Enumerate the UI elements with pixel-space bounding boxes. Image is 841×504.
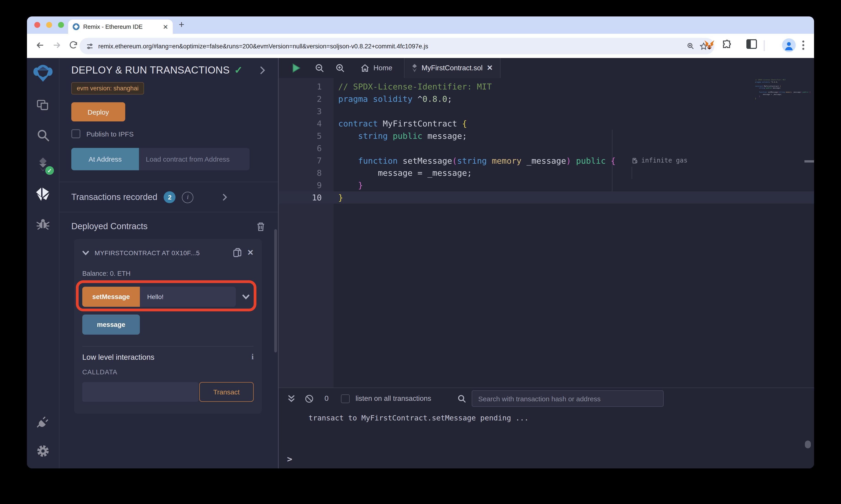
line-number[interactable]: 10 bbox=[279, 191, 334, 204]
minimize-window-button[interactable] bbox=[46, 22, 52, 28]
forward-icon[interactable] bbox=[52, 40, 62, 50]
zoom-out-icon[interactable] bbox=[315, 63, 325, 73]
debugger-icon[interactable] bbox=[33, 214, 53, 234]
editor-scrollbar-mark[interactable] bbox=[804, 160, 814, 163]
message-button[interactable]: message bbox=[82, 314, 140, 335]
code-text bbox=[334, 105, 338, 117]
panel-collapse-chevron-icon[interactable] bbox=[260, 66, 265, 74]
remix-logo-icon bbox=[33, 64, 53, 84]
transactions-expand-chevron-icon[interactable] bbox=[223, 194, 227, 201]
new-tab-button[interactable]: + bbox=[179, 19, 185, 30]
transactions-info-icon[interactable]: i bbox=[182, 192, 193, 203]
code-token bbox=[338, 180, 358, 190]
tab-myfirstcontract[interactable]: MyFirstContract.sol ✕ bbox=[404, 58, 501, 78]
set-message-button[interactable]: setMessage bbox=[82, 287, 140, 307]
collapse-terminal-icon[interactable] bbox=[288, 395, 295, 402]
tab-close-icon[interactable]: ✕ bbox=[163, 23, 168, 30]
code-text: } bbox=[334, 179, 363, 191]
code-line[interactable]: 5 string public message; bbox=[279, 130, 814, 142]
solidity-compiler-icon[interactable]: ✓ bbox=[33, 155, 53, 175]
line-number[interactable]: 8 bbox=[279, 167, 334, 179]
calldata-input[interactable] bbox=[82, 382, 199, 402]
code-line[interactable]: 6 bbox=[279, 142, 814, 154]
metamask-icon[interactable] bbox=[703, 39, 715, 51]
tune-icon[interactable] bbox=[86, 42, 94, 50]
publish-ipfs-checkbox[interactable] bbox=[71, 129, 81, 138]
editor-area: Home MyFirstContract.sol ✕ 1// SPDX-Lice bbox=[279, 58, 814, 468]
code-text: pragma solidity ^0.8.0; bbox=[334, 93, 452, 105]
profile-avatar[interactable] bbox=[782, 38, 796, 52]
file-tab-close-icon[interactable]: ✕ bbox=[487, 65, 493, 72]
calldata-row: Transact bbox=[82, 382, 254, 402]
code-line[interactable]: 8 message = _message; bbox=[279, 167, 814, 179]
browser-tab[interactable]: Remix - Ethereum IDE ✕ bbox=[68, 20, 173, 34]
line-number[interactable]: 1 bbox=[279, 80, 334, 93]
terminal-scrollbar-thumb[interactable] bbox=[805, 440, 811, 448]
set-message-input[interactable]: Hello! bbox=[140, 287, 236, 307]
code-token: } bbox=[755, 97, 756, 99]
contract-title: MYFIRSTCONTRACT AT 0X10F...5 bbox=[95, 249, 228, 256]
search-icon[interactable] bbox=[33, 125, 53, 145]
extensions-puzzle-icon[interactable] bbox=[722, 39, 732, 50]
code-line[interactable]: 7 function setMessage(string memory _mes… bbox=[279, 154, 814, 167]
listen-transactions-checkbox[interactable] bbox=[341, 394, 350, 403]
deploy-button[interactable]: Deploy bbox=[71, 102, 125, 122]
code-line[interactable]: 3 bbox=[279, 105, 814, 117]
line-number[interactable]: 6 bbox=[279, 142, 334, 154]
zoom-in-icon[interactable] bbox=[336, 63, 345, 73]
remix-favicon bbox=[73, 23, 80, 30]
run-script-play-icon[interactable] bbox=[293, 64, 300, 73]
tab-title: Remix - Ethereum IDE bbox=[83, 23, 159, 30]
code-token: message; bbox=[772, 87, 781, 89]
code-text: // SPDX-License-Identifier: MIT bbox=[334, 80, 492, 93]
code-token: _message bbox=[792, 91, 801, 93]
code-token: ) bbox=[566, 156, 571, 165]
line-number[interactable]: 9 bbox=[279, 179, 334, 191]
code-token: contract bbox=[338, 119, 378, 128]
code-token: setMessage bbox=[398, 156, 452, 165]
url-text[interactable]: remix.ethereum.org/#lang=en&optimize=fal… bbox=[98, 43, 682, 50]
transact-button[interactable]: Transact bbox=[199, 382, 254, 402]
code-line[interactable]: 10} bbox=[279, 191, 814, 204]
contract-collapse-chevron-icon[interactable] bbox=[82, 250, 89, 255]
side-panel-icon[interactable] bbox=[746, 39, 757, 49]
file-explorer-icon[interactable] bbox=[33, 95, 53, 115]
low-level-info-icon[interactable]: i bbox=[252, 353, 254, 362]
panel-scrollbar-thumb[interactable] bbox=[274, 229, 277, 353]
maximize-window-button[interactable] bbox=[58, 22, 64, 28]
at-address-input[interactable]: Load contract from Address bbox=[139, 148, 250, 170]
line-number[interactable]: 7 bbox=[279, 154, 334, 167]
tab-home[interactable]: Home bbox=[361, 64, 392, 72]
back-icon[interactable] bbox=[35, 40, 45, 50]
remove-contract-icon[interactable]: ✕ bbox=[247, 249, 254, 256]
clear-contracts-trash-icon[interactable] bbox=[256, 222, 265, 231]
terminal-search-input[interactable]: Search with transaction hash or address bbox=[472, 390, 664, 407]
line-number[interactable]: 3 bbox=[279, 105, 334, 117]
terminal-prompt[interactable]: > bbox=[287, 454, 292, 464]
omnibox[interactable]: remix.ethereum.org/#lang=en&optimize=fal… bbox=[80, 38, 715, 54]
line-number[interactable]: 4 bbox=[279, 117, 334, 130]
code-line[interactable]: 9 } bbox=[279, 179, 814, 191]
zoom-page-icon[interactable] bbox=[687, 42, 695, 50]
code-editor[interactable]: 1// SPDX-License-Identifier: MIT2pragma … bbox=[279, 78, 814, 388]
plugin-manager-icon[interactable] bbox=[33, 411, 53, 431]
browser-menu-kebab-icon[interactable] bbox=[802, 40, 804, 50]
minimap-line: pragma solidity ^0.8.0; bbox=[755, 81, 804, 83]
code-line[interactable]: 2pragma solidity ^0.8.0; bbox=[279, 93, 814, 105]
file-tab-label: MyFirstContract.sol bbox=[422, 64, 483, 72]
deploy-and-run-icon[interactable] bbox=[33, 184, 53, 204]
code-token bbox=[487, 156, 492, 165]
line-number[interactable]: 2 bbox=[279, 93, 334, 105]
at-address-button[interactable]: At Address bbox=[71, 148, 139, 170]
editor-minimap[interactable]: // SPDX-License-Identifier: MITpragma so… bbox=[755, 79, 804, 100]
copy-address-icon[interactable] bbox=[233, 248, 242, 257]
clear-console-ban-icon[interactable] bbox=[305, 394, 313, 403]
code-line[interactable]: 4contract MyFirstContract { bbox=[279, 117, 814, 130]
reload-icon[interactable] bbox=[69, 40, 78, 50]
line-number[interactable]: 5 bbox=[279, 130, 334, 142]
settings-gear-icon[interactable] bbox=[33, 441, 53, 461]
close-window-button[interactable] bbox=[34, 22, 40, 28]
code-line[interactable]: 1// SPDX-License-Identifier: MIT bbox=[279, 80, 814, 93]
expand-args-chevron-icon[interactable] bbox=[242, 294, 250, 299]
code-token: memory bbox=[492, 156, 521, 165]
